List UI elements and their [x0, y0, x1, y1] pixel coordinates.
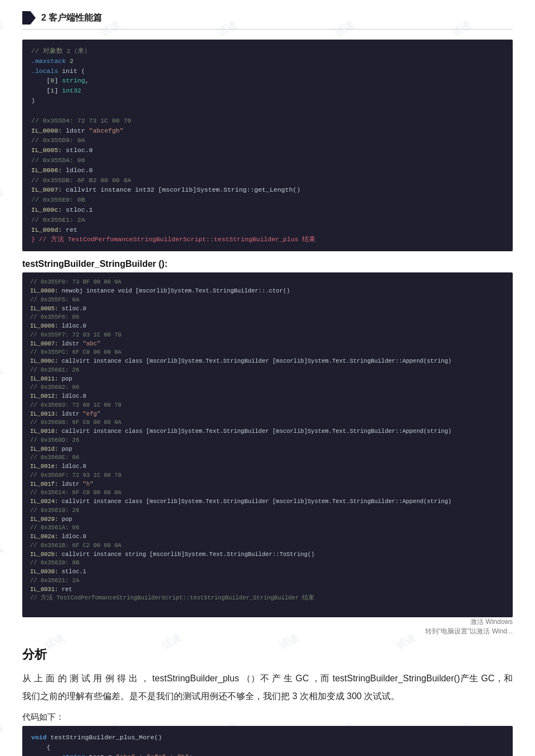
- code-block-plus-more: void testStringBuilder_plus_More() { str…: [22, 726, 513, 756]
- section-heading-analysis: 分析: [22, 646, 513, 663]
- chapter-header: 2 客户端性能篇: [22, 11, 513, 30]
- chapter-title: 2 客户端性能篇: [41, 12, 102, 24]
- code-block-il-stringbuilder: // 0x355F0: 73 BF 00 00 0A IL_0000: newo…: [22, 272, 513, 617]
- page-content: 2 客户端性能篇 // 对象数 2（来） .maxstack 2 .locals…: [0, 0, 535, 756]
- label-code-below: 代码如下：: [22, 712, 513, 723]
- func-title-stringbuilder: testStringBuilder_StringBuilder ():: [22, 259, 513, 269]
- chapter-icon: [22, 11, 36, 25]
- body-text-analysis: 从 上 面 的 测 试 用 例 得 出 ， testStringBuilder_…: [22, 670, 513, 705]
- code-block-il-plus: // 对象数 2（来） .maxstack 2 .locals init ( […: [22, 40, 513, 251]
- win-activate-notice: 激活 Windows 转到"电脑设置"以激活 Wind...: [22, 617, 513, 636]
